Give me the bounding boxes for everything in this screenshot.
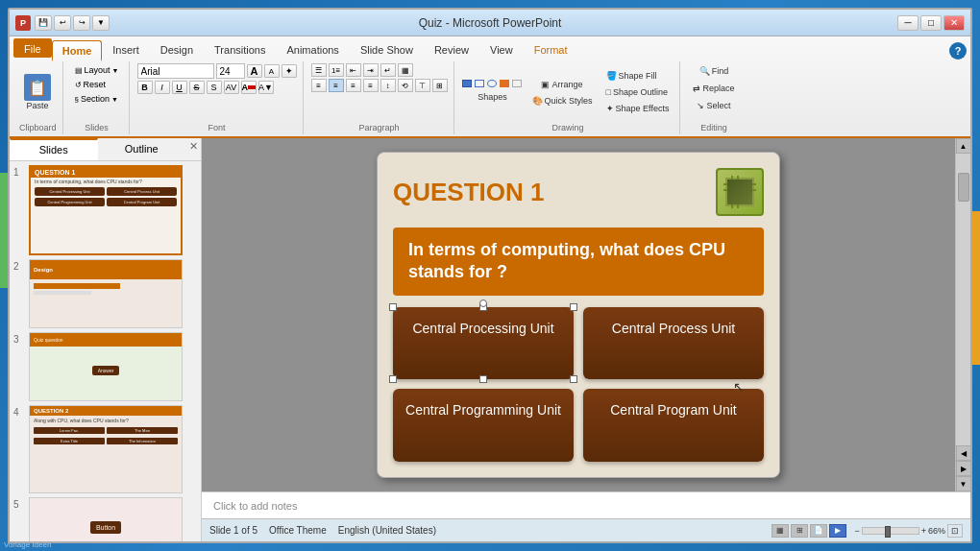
- shape-empty2[interactable]: [512, 80, 522, 87]
- columns-btn[interactable]: ▦: [398, 63, 413, 77]
- reset-button[interactable]: ↺ Reset: [71, 78, 110, 91]
- find-button[interactable]: 🔍 Find: [688, 63, 739, 79]
- redo-quick-btn[interactable]: ↪: [73, 15, 90, 31]
- help-button[interactable]: ?: [949, 42, 967, 60]
- shape-circle[interactable]: [487, 80, 497, 87]
- undo-quick-btn[interactable]: ↩: [54, 15, 71, 31]
- outline-tab-label: Outline: [125, 143, 159, 155]
- slideshow-btn[interactable]: ▶: [829, 524, 846, 538]
- select-button[interactable]: ↘ Select: [688, 98, 739, 113]
- ribbon-content: 📋 Paste Clipboard ▤ Layout ▼ ↺ Reset: [10, 60, 970, 136]
- vertical-scrollbar[interactable]: ▲ ◀ ▶ ▼: [955, 138, 970, 491]
- tab-format[interactable]: Format: [524, 38, 578, 60]
- numbering-btn[interactable]: 1≡: [329, 63, 344, 77]
- reading-view-btn[interactable]: 📄: [810, 524, 827, 538]
- smartart-btn[interactable]: ⊞: [432, 79, 448, 92]
- scroll-up-arrow[interactable]: ▲: [956, 138, 971, 154]
- section-button[interactable]: § Section ▼: [71, 92, 122, 106]
- slide-thumbnail-1[interactable]: 1 QUESTION 1 In terms of computing, what…: [13, 165, 197, 255]
- tab-file[interactable]: File: [13, 38, 52, 58]
- fit-slide-btn[interactable]: ⊡: [947, 524, 963, 538]
- scroll-prev-slide[interactable]: ◀: [956, 445, 971, 461]
- close-button[interactable]: ✕: [943, 15, 965, 31]
- slide-panel[interactable]: 1 QUESTION 1 In terms of computing, what…: [10, 161, 201, 541]
- normal-view-btn[interactable]: ▦: [772, 524, 789, 538]
- layout-button[interactable]: ▤ Layout ▼: [71, 63, 123, 77]
- shape-orange[interactable]: [500, 80, 509, 87]
- arrange-button[interactable]: ▣ Arrange: [527, 77, 598, 92]
- font-size-down-btn[interactable]: A: [264, 64, 280, 78]
- tab-outline-panel[interactable]: Outline: [98, 138, 186, 160]
- tab-slideshow[interactable]: Slide Show: [350, 38, 424, 60]
- ribbon-group-drawing: Shapes ▣ Arrange 🎨 Quick Styles: [456, 61, 681, 134]
- ribbon: File Home Insert Design Transitions Anim…: [10, 36, 970, 138]
- font-color-btn[interactable]: A: [241, 81, 257, 94]
- scroll-next-slide[interactable]: ▶: [956, 461, 971, 476]
- answer-button-1[interactable]: Central Processing Unit: [393, 307, 574, 380]
- dropdown-quick-btn[interactable]: ▼: [92, 15, 110, 31]
- font-size-input[interactable]: [216, 63, 245, 79]
- text-highlight-btn[interactable]: A▼: [258, 81, 274, 94]
- tab-transitions[interactable]: Transitions: [204, 38, 276, 60]
- font-size-up-btn[interactable]: A: [247, 64, 262, 78]
- answer-button-3[interactable]: Central Programming Unit: [393, 389, 574, 462]
- quick-styles-button[interactable]: 🎨 Quick Styles: [527, 93, 598, 108]
- line-spacing-btn[interactable]: ↕: [380, 79, 396, 92]
- italic-button[interactable]: I: [155, 81, 170, 94]
- shadow-btn[interactable]: S: [207, 81, 222, 94]
- scroll-thumb[interactable]: [958, 173, 969, 202]
- underline-button[interactable]: U: [172, 81, 187, 94]
- tab-design[interactable]: Design: [150, 38, 204, 60]
- bullets-btn[interactable]: ☰: [311, 63, 327, 77]
- shape-rect[interactable]: [462, 80, 472, 87]
- answer-button-4[interactable]: Central Program Unit ↖: [583, 389, 764, 462]
- paste-button[interactable]: 📋 Paste: [19, 71, 56, 113]
- replace-button[interactable]: ⇄ Replace: [688, 81, 739, 96]
- tab-insert[interactable]: Insert: [102, 38, 150, 60]
- decrease-indent-btn[interactable]: ⇤: [346, 63, 361, 77]
- shape-empty[interactable]: [475, 80, 484, 87]
- strikethrough-btn[interactable]: S: [189, 81, 205, 94]
- scroll-down-arrow[interactable]: ▼: [956, 476, 971, 491]
- char-spacing-btn[interactable]: AV: [224, 81, 239, 94]
- slide-sorter-btn[interactable]: ⊞: [791, 524, 808, 538]
- paragraph-label: Paragraph: [311, 121, 448, 132]
- increase-indent-btn[interactable]: ⇥: [363, 63, 379, 77]
- tab-view[interactable]: View: [479, 38, 524, 60]
- align-center-btn[interactable]: ≡: [329, 79, 344, 92]
- shape-effects-button[interactable]: ✦ Shape Effects: [601, 101, 674, 116]
- zoom-in-btn[interactable]: +: [921, 526, 926, 536]
- shape-outline-button[interactable]: □ Shape Outline: [601, 84, 674, 100]
- sidebar-close-button[interactable]: ✕: [185, 138, 201, 154]
- text-direction-btn[interactable]: ⟲: [398, 79, 413, 92]
- slide-thumbnail-4[interactable]: 4 QUESTION 2 Along with CPU, what does C…: [13, 405, 197, 493]
- minimize-button[interactable]: ─: [897, 15, 919, 31]
- bold-button[interactable]: B: [137, 81, 153, 94]
- justify-btn[interactable]: ≡: [363, 79, 379, 92]
- align-text-btn[interactable]: ⊤: [415, 79, 430, 92]
- sidebar: Slides Outline ✕ 1 QUESTION 1 In terms o…: [10, 138, 202, 541]
- slide-thumbnail-2[interactable]: 2 Design: [13, 259, 197, 328]
- find-label: Find: [712, 66, 729, 76]
- align-left-btn[interactable]: ≡: [311, 79, 327, 92]
- answer-button-2[interactable]: Central Process Unit: [583, 307, 764, 380]
- font-name-input[interactable]: [137, 63, 214, 79]
- shapes-button[interactable]: Shapes: [462, 89, 524, 105]
- canvas-inner[interactable]: QUESTION 1: [202, 138, 955, 491]
- tab-animations[interactable]: Animations: [276, 38, 349, 60]
- rtl-btn[interactable]: ↵: [380, 63, 396, 77]
- tab-home[interactable]: Home: [52, 40, 103, 61]
- align-right-btn[interactable]: ≡: [346, 79, 361, 92]
- shape-fill-button[interactable]: 🪣 Shape Fill: [601, 68, 674, 84]
- zoom-out-btn[interactable]: −: [854, 526, 859, 536]
- maximize-button[interactable]: □: [920, 15, 942, 31]
- tab-review[interactable]: Review: [424, 38, 479, 60]
- slide-thumbnail-5[interactable]: 5 Button: [13, 497, 197, 541]
- save-quick-btn[interactable]: 💾: [35, 15, 52, 31]
- clear-format-btn[interactable]: ✦: [282, 64, 297, 78]
- tab-slides-panel[interactable]: Slides: [10, 138, 98, 160]
- effects-icon: ✦: [606, 104, 614, 113]
- notes-bar[interactable]: Click to add notes: [202, 491, 970, 518]
- zoom-slider[interactable]: [862, 527, 919, 535]
- slide-thumbnail-3[interactable]: 3 Quiz question Answer: [13, 332, 197, 401]
